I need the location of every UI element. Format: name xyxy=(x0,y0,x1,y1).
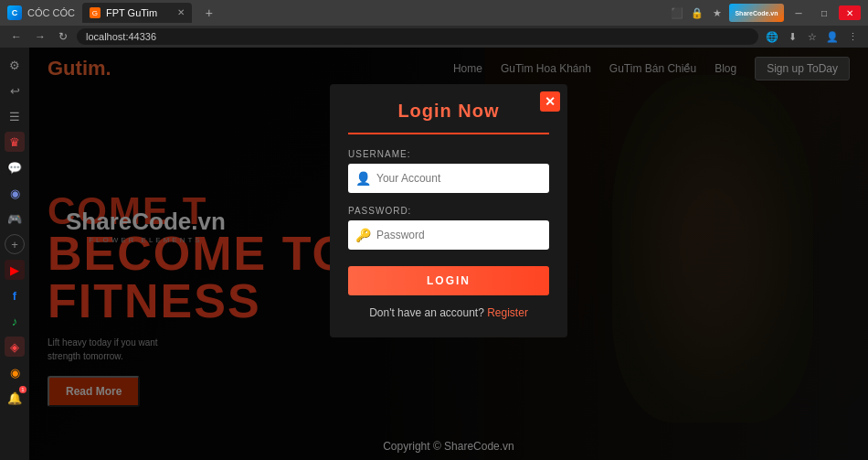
sidebar-notification-icon[interactable]: 🔔 1 xyxy=(5,388,25,408)
tab-title: FPT GuTim xyxy=(106,7,172,18)
username-icon: 👤 xyxy=(355,171,371,186)
close-button[interactable]: ✕ xyxy=(839,5,861,20)
download-icon[interactable]: ⬇ xyxy=(784,28,800,45)
new-tab-button[interactable]: + xyxy=(199,3,219,23)
sidebar-history-icon[interactable]: ↩ xyxy=(5,80,25,101)
modal-divider xyxy=(348,133,549,134)
sidebar-youtube-icon[interactable]: ▶ xyxy=(5,260,25,280)
sidebar-coc2-icon[interactable]: ◉ xyxy=(5,362,25,382)
notification-badge: 1 xyxy=(19,386,26,393)
password-label: PASSWORD: xyxy=(348,206,549,216)
sidebar-crown-icon[interactable]: ♛ xyxy=(5,132,25,152)
no-account-text: Don't have an account? xyxy=(369,306,484,319)
forward-button[interactable]: → xyxy=(31,28,49,45)
menu-icon[interactable]: ⋮ xyxy=(844,28,861,45)
back-button[interactable]: ← xyxy=(7,28,26,45)
coc-coc-label: CÓC CÓC xyxy=(27,7,75,18)
login-button[interactable]: LOGIN xyxy=(348,266,549,295)
minimize-button[interactable]: ─ xyxy=(788,5,810,20)
sidebar-spotify-icon[interactable]: ♪ xyxy=(5,311,25,331)
profile-icon[interactable]: 👤 xyxy=(824,28,841,45)
username-input-wrap: 👤 xyxy=(348,164,549,193)
bookmark-icon[interactable]: ☆ xyxy=(804,28,820,45)
login-modal: ✕ Login Now USERNAME: 👤 PASSWORD: 🔑 LOGI… xyxy=(330,84,567,337)
active-tab[interactable]: G FPT GuTim ✕ xyxy=(82,3,192,23)
browser-chrome: C CÓC CÓC G FPT GuTim ✕ + ⬛ 🔒 ★ ShareCod… xyxy=(0,0,868,460)
refresh-button[interactable]: ↻ xyxy=(55,28,71,45)
modal-overlay: ✕ Login Now USERNAME: 👤 PASSWORD: 🔑 LOGI… xyxy=(29,48,868,460)
toolbar-icon-2[interactable]: 🔒 xyxy=(689,5,705,21)
password-input[interactable] xyxy=(376,220,542,250)
sidebar-game-icon[interactable]: 🎮 xyxy=(5,209,25,229)
browser-toolbar: 🌐 ⬇ ☆ 👤 ⋮ xyxy=(764,28,861,45)
coc-coc-icon: C xyxy=(7,5,22,20)
website-content: Gutim. Home GuTim Hoa Khánh GuTim Bán Ch… xyxy=(29,48,868,460)
sidebar-notes-icon[interactable]: ☰ xyxy=(5,106,25,126)
address-input[interactable] xyxy=(77,28,758,45)
sidebar-settings-icon[interactable]: ⚙ xyxy=(5,55,25,75)
tab-close-icon[interactable]: ✕ xyxy=(177,8,185,17)
login-form: USERNAME: 👤 PASSWORD: 🔑 LOGIN Don't have… xyxy=(330,149,567,319)
window-controls: ⬛ 🔒 ★ ShareCode.vn ─ □ ✕ xyxy=(669,4,861,22)
register-text: Don't have an account? Register xyxy=(348,306,549,319)
modal-title: Login Now xyxy=(330,84,567,133)
register-link[interactable]: Register xyxy=(487,306,528,319)
address-bar: ← → ↻ 🌐 ⬇ ☆ 👤 ⋮ xyxy=(0,26,868,48)
maximize-button[interactable]: □ xyxy=(813,5,835,20)
sidebar-add-button[interactable]: + xyxy=(5,234,25,254)
sidebar-facebook-icon[interactable]: f xyxy=(5,285,25,305)
password-input-wrap: 🔑 xyxy=(348,220,549,250)
translate-icon[interactable]: 🌐 xyxy=(764,28,780,45)
toolbar-icon-3[interactable]: ★ xyxy=(709,5,725,21)
sidebar-discord-icon[interactable]: ◉ xyxy=(5,183,25,203)
tab-favicon: G xyxy=(90,7,101,18)
sidebar-coc-icon[interactable]: ◈ xyxy=(5,337,25,357)
password-icon: 🔑 xyxy=(355,228,371,242)
sidebar-messenger-icon[interactable]: 💬 xyxy=(5,157,25,177)
sharecode-logo: ShareCode.vn xyxy=(729,4,784,22)
coc-coc-brand: C CÓC CÓC xyxy=(7,5,75,20)
left-sidebar: ⚙ ↩ ☰ ♛ 💬 ◉ 🎮 + ▶ f ♪ ◈ ◉ 🔔 1 xyxy=(0,48,29,460)
title-bar: C CÓC CÓC G FPT GuTim ✕ + ⬛ 🔒 ★ ShareCod… xyxy=(0,0,868,26)
username-label: USERNAME: xyxy=(348,149,549,159)
toolbar-icon-1[interactable]: ⬛ xyxy=(669,5,685,21)
username-input[interactable] xyxy=(376,164,542,193)
modal-close-button[interactable]: ✕ xyxy=(540,91,560,112)
